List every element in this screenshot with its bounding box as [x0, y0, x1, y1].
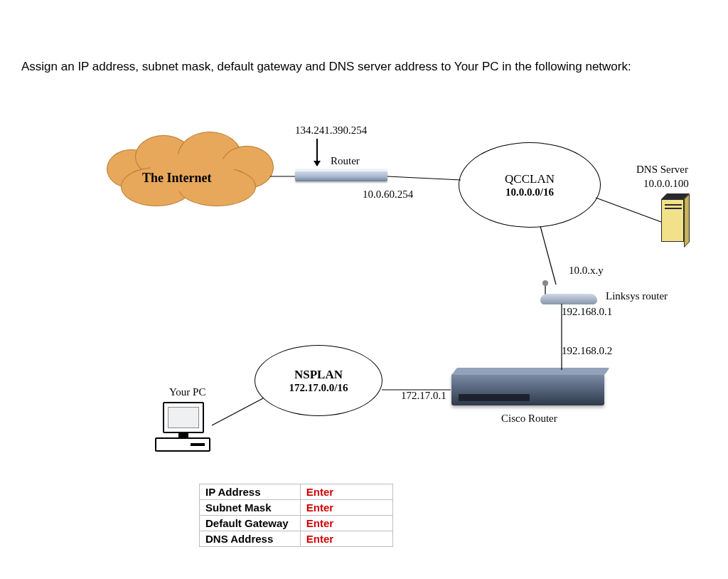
linksys-wan-ip: 10.0.x.y: [569, 265, 604, 277]
svg-line-1: [387, 176, 461, 180]
table-row: DNS AddressEnter: [200, 531, 393, 547]
instruction-text: Assign an IP address, subnet mask, defau…: [21, 60, 631, 74]
internet-label: The Internet: [142, 171, 212, 186]
dns-server-icon: [661, 199, 684, 248]
nsplan-oval: NSPLAN 172.17.0.0/16: [255, 345, 382, 416]
row-key: IP Address: [200, 484, 301, 500]
row-value[interactable]: Enter: [300, 531, 392, 547]
dns-ip: 10.0.0.100: [643, 178, 689, 190]
cisco-router-icon: [451, 373, 604, 405]
qcclan-name: QCCLAN: [505, 172, 555, 186]
row-key: DNS Address: [200, 531, 301, 547]
router-lan-ip: 10.0.60.254: [363, 188, 413, 201]
table-row: Subnet MaskEnter: [200, 500, 393, 516]
your-pc-label: Your PC: [169, 386, 205, 398]
nsplan-name: NSPLAN: [294, 368, 343, 382]
linksys-lan-ip: 192.168.0.1: [562, 306, 612, 318]
cisco-wan-ip: 192.168.0.2: [562, 345, 612, 357]
arrow-down-icon: [316, 139, 318, 166]
pc-icon: [155, 402, 212, 459]
row-value[interactable]: Enter: [300, 516, 392, 531]
cisco-label: Cisco Router: [501, 413, 557, 425]
cisco-lan-ip: 172.17.0.1: [401, 390, 446, 402]
dns-title: DNS Server: [636, 164, 688, 176]
table-row: Default GatewayEnter: [200, 516, 393, 531]
svg-line-2: [596, 198, 661, 222]
linksys-label: Linksys router: [606, 290, 668, 302]
row-key: Subnet Mask: [200, 500, 301, 516]
table-row: IP AddressEnter: [200, 484, 393, 500]
internet-cloud: [100, 128, 277, 206]
edge-router-icon: [295, 171, 387, 181]
linksys-router-icon: [540, 285, 597, 304]
config-table: IP AddressEnter Subnet MaskEnter Default…: [199, 484, 393, 547]
svg-line-6: [212, 398, 263, 425]
row-value[interactable]: Enter: [300, 484, 392, 500]
qcclan-oval: QCCLAN 10.0.0.0/16: [459, 142, 601, 228]
router-label: Router: [331, 155, 360, 167]
row-value[interactable]: Enter: [300, 500, 392, 516]
router-wan-ip: 134.241.390.254: [295, 124, 367, 137]
qcclan-network: 10.0.0.0/16: [505, 186, 554, 198]
row-key: Default Gateway: [200, 516, 301, 531]
svg-line-3: [540, 226, 556, 285]
nsplan-network: 172.17.0.0/16: [289, 382, 348, 394]
